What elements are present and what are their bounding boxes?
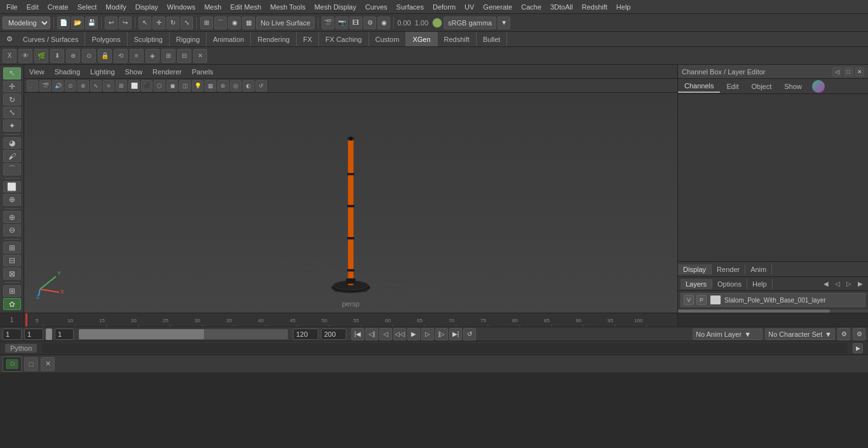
tab-settings-gear[interactable]: ⚙	[3, 32, 17, 46]
soft-mod-tool[interactable]: ◕	[3, 137, 21, 149]
cb-tab-edit[interactable]: Edit	[720, 81, 745, 92]
menu-deform[interactable]: Deform	[429, 2, 459, 12]
python-input[interactable]	[42, 343, 848, 353]
xgen-icon7[interactable]: 🔒	[98, 49, 112, 63]
range-thumb[interactable]	[46, 329, 52, 340]
marquee-tool[interactable]: ⬜	[3, 181, 21, 193]
viewport-menu-view[interactable]: View	[27, 67, 47, 76]
vp-shaded[interactable]: ◼	[166, 80, 178, 92]
menu-generate[interactable]: Generate	[479, 2, 516, 12]
select-tool-btn[interactable]: ↖	[139, 17, 151, 29]
xgen-icon6[interactable]: ⊙	[82, 49, 96, 63]
tab-bullet[interactable]: Bullet	[477, 32, 508, 46]
vp-light[interactable]: 💡	[192, 80, 203, 92]
tab-custom[interactable]: Custom	[369, 32, 407, 46]
color-space-preview[interactable]	[432, 18, 442, 28]
vp-wire[interactable]: ⬡	[154, 80, 165, 92]
next-frame-btn[interactable]: ▷	[421, 328, 434, 341]
xgen-icon10[interactable]: ◈	[146, 49, 159, 63]
render-view-btn[interactable]: 🎬	[322, 17, 334, 29]
xgen-tool-btn[interactable]: ✿	[3, 298, 21, 310]
python-label[interactable]: Python	[5, 344, 37, 353]
color-space-dropdown[interactable]: ▼	[498, 17, 510, 29]
snap-surface-btn[interactable]: ▦	[242, 17, 255, 29]
viewport-menu-renderer[interactable]: Renderer	[150, 67, 184, 76]
layer-btn1[interactable]: ⊞	[3, 241, 21, 254]
snapshot-btn[interactable]: 📷	[336, 17, 348, 29]
move-tool-btn[interactable]: ✛	[153, 17, 165, 29]
range-end-field[interactable]	[293, 329, 318, 340]
xgen-icon1[interactable]: X	[3, 49, 17, 63]
xgen-icon2[interactable]: 👁	[18, 49, 32, 63]
xgen-icon4[interactable]: ⬇	[50, 49, 64, 63]
render-seq-btn[interactable]: 🎞	[349, 17, 362, 29]
viewport-menu-panels[interactable]: Panels	[189, 67, 216, 76]
layer-btn3[interactable]: ⊠	[3, 268, 21, 280]
tab-redshift[interactable]: Redshift	[438, 32, 477, 46]
tab-sculpting[interactable]: Sculpting	[128, 32, 170, 46]
rotate-tool-btn[interactable]: ↻	[166, 17, 179, 29]
tab-curves-surfaces[interactable]: Curves / Surfaces	[17, 32, 85, 46]
menu-select[interactable]: Select	[74, 2, 101, 12]
tab-rigging[interactable]: Rigging	[170, 32, 207, 46]
layer-btn2[interactable]: ⊟	[3, 255, 21, 267]
cb-tab-channels[interactable]: Channels	[678, 80, 720, 93]
scale-tool-btn[interactable]: ⤡	[180, 17, 193, 29]
tab-xgen[interactable]: XGen	[406, 32, 437, 46]
vp-frame[interactable]: ⬜	[128, 80, 140, 92]
vp-snap3[interactable]: ∿	[90, 80, 102, 92]
select-tool[interactable]: ↖	[3, 67, 21, 79]
layers-display-tab[interactable]: Display	[678, 264, 712, 275]
cb-tab-show[interactable]: Show	[778, 81, 808, 92]
prev-key-btn[interactable]: ◁|	[365, 328, 378, 341]
layers-render-tab[interactable]: Render	[712, 264, 745, 275]
anim-layer-select[interactable]: No Anim Layer ▼	[693, 329, 763, 340]
no-live-surface-btn[interactable]: No Live Surface	[256, 17, 315, 29]
mode-select[interactable]: Modeling	[3, 17, 50, 29]
component-tool[interactable]: ⊕	[3, 194, 21, 206]
universal-tool[interactable]: ✦	[3, 119, 21, 132]
menu-create[interactable]: Create	[44, 2, 72, 12]
frame-field3[interactable]	[55, 329, 74, 340]
menu-mesh-tools[interactable]: Mesh Tools	[266, 2, 309, 12]
rotate-tool[interactable]: ↻	[3, 93, 21, 105]
vp-snap1[interactable]: ⊙	[65, 80, 76, 92]
tab-rendering[interactable]: Rendering	[251, 32, 297, 46]
menu-redshift[interactable]: Redshift	[578, 2, 611, 12]
play-back-btn[interactable]: ◁◁	[393, 328, 406, 341]
xgen-icon5[interactable]: ⊕	[66, 49, 80, 63]
menu-surfaces[interactable]: Surfaces	[393, 2, 428, 12]
frame-field1[interactable]	[3, 329, 22, 340]
vp-snap2[interactable]: ⊕	[78, 80, 89, 92]
vp-audio-btn[interactable]: 🔊	[52, 80, 64, 92]
layer-row-item[interactable]: V P Slalom_Pole_With_Base_001_layer	[681, 293, 865, 307]
timeline-ruler[interactable]: 5 10 15 20 25 30 35 40 45 50 55 60 65 70…	[24, 313, 677, 327]
layers-sub-help[interactable]: Help	[747, 279, 773, 289]
layer-playback-btn[interactable]: P	[696, 295, 707, 305]
menu-help[interactable]: Help	[613, 2, 635, 12]
menu-modify[interactable]: Modify	[102, 2, 130, 12]
scale-tool[interactable]: ⤡	[3, 107, 21, 119]
new-file-btn[interactable]: 📄	[57, 17, 70, 29]
next-key-btn[interactable]: |▷	[435, 328, 448, 341]
tab-fx-caching[interactable]: FX Caching	[319, 32, 369, 46]
prev-frame-btn[interactable]: ◁	[379, 328, 392, 341]
menu-cache[interactable]: Cache	[517, 2, 545, 12]
tab-fx[interactable]: FX	[297, 32, 319, 46]
tab-animation[interactable]: Animation	[207, 32, 251, 46]
menu-mesh[interactable]: Mesh	[200, 2, 225, 12]
playback-loop-btn[interactable]: ↺	[463, 328, 476, 341]
undo-btn[interactable]: ↩	[105, 17, 118, 29]
minus-tool[interactable]: ⊖	[3, 224, 21, 236]
color-space-select[interactable]: sRGB gamma	[444, 17, 496, 29]
grid-btn[interactable]: ⊞	[3, 285, 21, 297]
snap-point-btn[interactable]: ◉	[228, 17, 241, 29]
vp-refresh[interactable]: ↺	[255, 80, 267, 92]
plus-tool[interactable]: ⊕	[3, 211, 21, 223]
vp-tgl4[interactable]: ◐	[243, 80, 254, 92]
lasso-tool[interactable]: ⌒	[3, 163, 21, 175]
frame-field2[interactable]	[24, 329, 43, 340]
vp-tex[interactable]: ◫	[179, 80, 191, 92]
layer-visibility-btn[interactable]: V	[684, 295, 694, 305]
viewport-menu-show[interactable]: Show	[123, 67, 146, 76]
